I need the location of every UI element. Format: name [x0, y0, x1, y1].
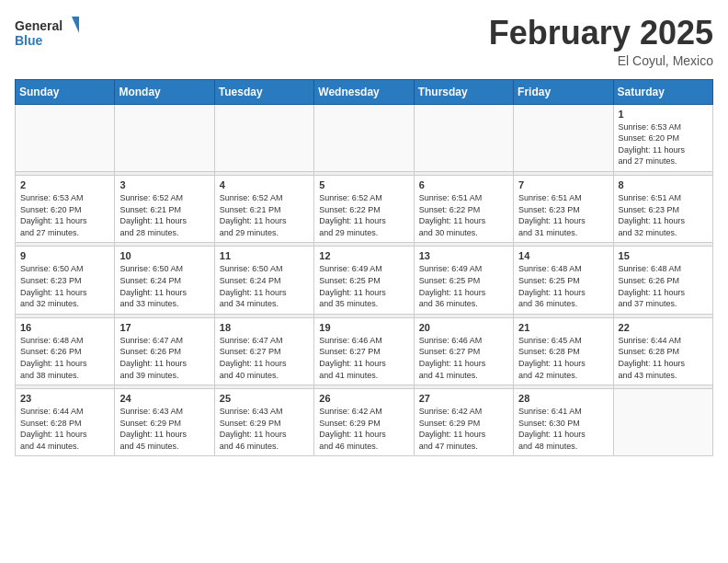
table-row	[214, 104, 313, 171]
table-row: 25Sunrise: 6:43 AM Sunset: 6:29 PM Dayli…	[214, 389, 313, 456]
day-info: Sunrise: 6:44 AM Sunset: 6:28 PM Dayligh…	[619, 335, 708, 381]
day-info: Sunrise: 6:46 AM Sunset: 6:27 PM Dayligh…	[319, 335, 408, 381]
table-row: 8Sunrise: 6:51 AM Sunset: 6:23 PM Daylig…	[613, 175, 712, 242]
table-row: 26Sunrise: 6:42 AM Sunset: 6:29 PM Dayli…	[314, 389, 414, 456]
calendar-title: February 2025	[489, 15, 713, 52]
calendar-week-row: 9Sunrise: 6:50 AM Sunset: 6:23 PM Daylig…	[16, 247, 713, 314]
day-info: Sunrise: 6:50 AM Sunset: 6:24 PM Dayligh…	[220, 263, 309, 309]
day-number: 17	[119, 322, 209, 333]
calendar-week-row: 16Sunrise: 6:48 AM Sunset: 6:26 PM Dayli…	[16, 317, 713, 385]
day-info: Sunrise: 6:52 AM Sunset: 6:22 PM Dayligh…	[319, 192, 408, 238]
table-row: 15Sunrise: 6:48 AM Sunset: 6:26 PM Dayli…	[613, 247, 712, 314]
day-number: 7	[518, 179, 608, 190]
day-info: Sunrise: 6:53 AM Sunset: 6:20 PM Dayligh…	[20, 192, 109, 238]
col-friday: Friday	[514, 79, 613, 104]
day-number: 28	[518, 393, 608, 404]
day-info: Sunrise: 6:49 AM Sunset: 6:25 PM Dayligh…	[319, 263, 408, 309]
table-row	[314, 104, 414, 171]
table-row: 18Sunrise: 6:47 AM Sunset: 6:27 PM Dayli…	[214, 317, 313, 385]
day-info: Sunrise: 6:48 AM Sunset: 6:26 PM Dayligh…	[20, 335, 109, 381]
calendar-location: El Coyul, Mexico	[489, 53, 713, 68]
day-number: 13	[419, 250, 508, 261]
day-info: Sunrise: 6:48 AM Sunset: 6:26 PM Dayligh…	[619, 263, 708, 309]
calendar-header-row: Sunday Monday Tuesday Wednesday Thursday…	[16, 79, 713, 104]
table-row: 6Sunrise: 6:51 AM Sunset: 6:22 PM Daylig…	[414, 175, 513, 242]
table-row: 5Sunrise: 6:52 AM Sunset: 6:22 PM Daylig…	[314, 175, 414, 242]
title-block: February 2025 El Coyul, Mexico	[489, 15, 713, 68]
day-info: Sunrise: 6:48 AM Sunset: 6:25 PM Dayligh…	[518, 263, 608, 309]
table-row: 12Sunrise: 6:49 AM Sunset: 6:25 PM Dayli…	[314, 247, 414, 314]
table-row: 23Sunrise: 6:44 AM Sunset: 6:28 PM Dayli…	[16, 389, 115, 456]
day-number: 14	[518, 250, 608, 261]
day-info: Sunrise: 6:43 AM Sunset: 6:29 PM Dayligh…	[220, 406, 309, 452]
day-number: 26	[319, 393, 408, 404]
table-row: 21Sunrise: 6:45 AM Sunset: 6:28 PM Dayli…	[514, 317, 613, 385]
day-info: Sunrise: 6:45 AM Sunset: 6:28 PM Dayligh…	[518, 335, 608, 381]
table-row: 7Sunrise: 6:51 AM Sunset: 6:23 PM Daylig…	[514, 175, 613, 242]
table-row: 17Sunrise: 6:47 AM Sunset: 6:26 PM Dayli…	[115, 317, 214, 385]
day-number: 10	[119, 250, 209, 261]
day-info: Sunrise: 6:42 AM Sunset: 6:29 PM Dayligh…	[419, 406, 508, 452]
table-row: 2Sunrise: 6:53 AM Sunset: 6:20 PM Daylig…	[16, 175, 115, 242]
table-row	[514, 104, 613, 171]
day-info: Sunrise: 6:51 AM Sunset: 6:23 PM Dayligh…	[619, 192, 708, 238]
day-info: Sunrise: 6:42 AM Sunset: 6:29 PM Dayligh…	[319, 406, 408, 452]
day-number: 6	[419, 179, 508, 190]
svg-text:General: General	[15, 18, 63, 33]
col-wednesday: Wednesday	[314, 79, 414, 104]
logo-graphic: General Blue	[15, 15, 79, 55]
calendar-week-row: 1Sunrise: 6:53 AM Sunset: 6:20 PM Daylig…	[16, 104, 713, 171]
day-number: 24	[119, 393, 209, 404]
day-info: Sunrise: 6:50 AM Sunset: 6:24 PM Dayligh…	[119, 263, 209, 309]
col-thursday: Thursday	[414, 79, 513, 104]
table-row: 28Sunrise: 6:41 AM Sunset: 6:30 PM Dayli…	[514, 389, 613, 456]
day-number: 15	[619, 250, 708, 261]
table-row: 19Sunrise: 6:46 AM Sunset: 6:27 PM Dayli…	[314, 317, 414, 385]
calendar-week-row: 2Sunrise: 6:53 AM Sunset: 6:20 PM Daylig…	[16, 175, 713, 242]
day-number: 20	[419, 322, 508, 333]
table-row: 22Sunrise: 6:44 AM Sunset: 6:28 PM Dayli…	[613, 317, 712, 385]
table-row: 4Sunrise: 6:52 AM Sunset: 6:21 PM Daylig…	[214, 175, 313, 242]
calendar-week-row: 23Sunrise: 6:44 AM Sunset: 6:28 PM Dayli…	[16, 389, 713, 456]
day-number: 12	[319, 250, 408, 261]
day-number: 22	[619, 322, 708, 333]
day-info: Sunrise: 6:51 AM Sunset: 6:23 PM Dayligh…	[518, 192, 608, 238]
day-number: 21	[518, 322, 608, 333]
table-row: 20Sunrise: 6:46 AM Sunset: 6:27 PM Dayli…	[414, 317, 513, 385]
day-number: 25	[220, 393, 309, 404]
table-row: 1Sunrise: 6:53 AM Sunset: 6:20 PM Daylig…	[613, 104, 712, 171]
day-info: Sunrise: 6:53 AM Sunset: 6:20 PM Dayligh…	[619, 121, 708, 167]
page-header: General Blue February 2025 El Coyul, Mex…	[15, 15, 713, 68]
day-number: 5	[319, 179, 408, 190]
col-tuesday: Tuesday	[214, 79, 313, 104]
day-info: Sunrise: 6:41 AM Sunset: 6:30 PM Dayligh…	[518, 406, 608, 452]
day-info: Sunrise: 6:50 AM Sunset: 6:23 PM Dayligh…	[20, 263, 109, 309]
col-saturday: Saturday	[613, 79, 712, 104]
day-info: Sunrise: 6:46 AM Sunset: 6:27 PM Dayligh…	[419, 335, 508, 381]
table-row: 13Sunrise: 6:49 AM Sunset: 6:25 PM Dayli…	[414, 247, 513, 314]
table-row: 10Sunrise: 6:50 AM Sunset: 6:24 PM Dayli…	[115, 247, 214, 314]
day-number: 23	[20, 393, 109, 404]
day-number: 27	[419, 393, 508, 404]
day-number: 4	[220, 179, 309, 190]
table-row	[613, 389, 712, 456]
day-info: Sunrise: 6:47 AM Sunset: 6:27 PM Dayligh…	[220, 335, 309, 381]
day-info: Sunrise: 6:43 AM Sunset: 6:29 PM Dayligh…	[119, 406, 209, 452]
table-row: 11Sunrise: 6:50 AM Sunset: 6:24 PM Dayli…	[214, 247, 313, 314]
svg-text:Blue: Blue	[15, 33, 43, 48]
day-number: 11	[220, 250, 309, 261]
day-info: Sunrise: 6:51 AM Sunset: 6:22 PM Dayligh…	[419, 192, 508, 238]
day-number: 1	[619, 109, 708, 120]
day-info: Sunrise: 6:52 AM Sunset: 6:21 PM Dayligh…	[119, 192, 209, 238]
col-monday: Monday	[115, 79, 214, 104]
table-row	[115, 104, 214, 171]
day-number: 9	[20, 250, 109, 261]
day-number: 8	[619, 179, 708, 190]
day-number: 16	[20, 322, 109, 333]
day-number: 2	[20, 179, 109, 190]
day-info: Sunrise: 6:47 AM Sunset: 6:26 PM Dayligh…	[119, 335, 209, 381]
table-row: 27Sunrise: 6:42 AM Sunset: 6:29 PM Dayli…	[414, 389, 513, 456]
table-row: 16Sunrise: 6:48 AM Sunset: 6:26 PM Dayli…	[16, 317, 115, 385]
svg-marker-2	[72, 17, 79, 33]
col-sunday: Sunday	[16, 79, 115, 104]
